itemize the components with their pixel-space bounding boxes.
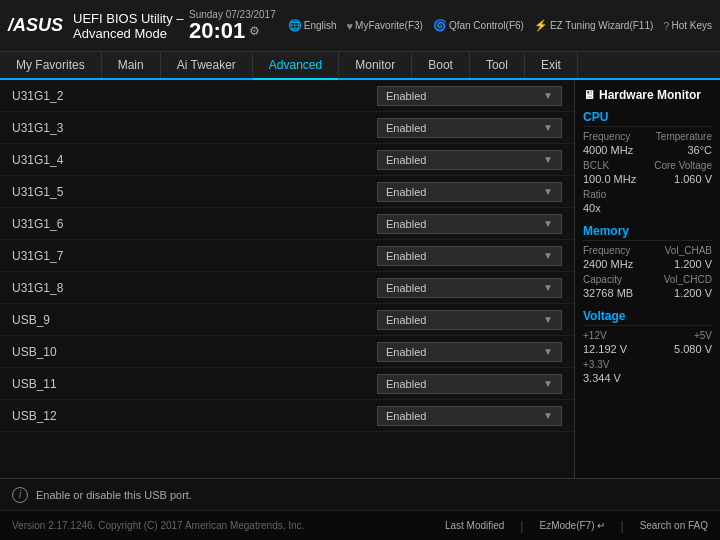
fan-icon: 🌀 xyxy=(433,19,447,32)
nav-item-tool[interactable]: Tool xyxy=(470,52,525,78)
mem-volchab-label: Vol_CHAB xyxy=(665,245,712,256)
language-shortcut[interactable]: 🌐 English xyxy=(288,19,337,32)
gear-icon[interactable]: ⚙ xyxy=(249,24,260,38)
cpu-ratio-row: Ratio xyxy=(583,189,712,200)
hw-monitor-title: 🖥 Hardware Monitor xyxy=(583,88,712,102)
setting-row-u31g1-8[interactable]: U31G1_8 Enabled ▼ xyxy=(0,272,574,304)
setting-dropdown-usb-11[interactable]: Enabled ▼ xyxy=(377,374,562,394)
cpu-freq-label: Frequency xyxy=(583,131,630,142)
ez-tuning-shortcut[interactable]: ⚡ EZ Tuning Wizard(F11) xyxy=(534,19,653,32)
setting-dropdown-u31g1-4[interactable]: Enabled ▼ xyxy=(377,150,562,170)
setting-label-u31g1-5: U31G1_5 xyxy=(12,185,377,199)
ez-mode-button[interactable]: EzMode(F7) ↵ xyxy=(539,519,604,533)
nav-item-main[interactable]: Main xyxy=(102,52,161,78)
voltage-section-title: Voltage xyxy=(583,309,712,326)
setting-dropdown-u31g1-3[interactable]: Enabled ▼ xyxy=(377,118,562,138)
setting-label-usb-12: USB_12 xyxy=(12,409,377,423)
setting-row-u31g1-5[interactable]: U31G1_5 Enabled ▼ xyxy=(0,176,574,208)
cpu-freq-value-row: 4000 MHz 36°C xyxy=(583,144,712,158)
setting-dropdown-u31g1-8[interactable]: Enabled ▼ xyxy=(377,278,562,298)
cpu-bclk-label: BCLK xyxy=(583,160,609,171)
setting-label-u31g1-3: U31G1_3 xyxy=(12,121,377,135)
cpu-temp-label: Temperature xyxy=(656,131,712,142)
nav-item-advanced[interactable]: Advanced xyxy=(253,52,339,80)
cpu-corevolt-label: Core Voltage xyxy=(654,160,712,171)
language-icon: 🌐 xyxy=(288,19,302,32)
dropdown-arrow: ▼ xyxy=(543,250,553,261)
mem-freq-value: 2400 MHz xyxy=(583,258,633,270)
memory-section: Memory Frequency Vol_CHAB 2400 MHz 1.200… xyxy=(583,224,712,301)
setting-row-u31g1-7[interactable]: U31G1_7 Enabled ▼ xyxy=(0,240,574,272)
lightning-icon: ⚡ xyxy=(534,19,548,32)
setting-label-u31g1-6: U31G1_6 xyxy=(12,217,377,231)
setting-row-usb-10[interactable]: USB_10 Enabled ▼ xyxy=(0,336,574,368)
mem-cap-value-row: 32768 MB 1.200 V xyxy=(583,287,712,301)
last-modified-button[interactable]: Last Modified xyxy=(445,519,504,533)
nav-item-exit[interactable]: Exit xyxy=(525,52,578,78)
setting-row-u31g1-6[interactable]: U31G1_6 Enabled ▼ xyxy=(0,208,574,240)
mem-volchcd-label: Vol_CHCD xyxy=(664,274,712,285)
cpu-ratio-value: 40x xyxy=(583,202,601,214)
cpu-ratio-value-row: 40x xyxy=(583,202,712,216)
search-faq-button[interactable]: Search on FAQ xyxy=(640,519,708,533)
nav-bar: My Favorites Main Ai Tweaker Advanced Mo… xyxy=(0,52,720,80)
time-display: 20:01 xyxy=(189,20,245,42)
volt-5-label: +5V xyxy=(694,330,712,341)
qfan-shortcut[interactable]: 🌀 Qfan Control(F6) xyxy=(433,19,524,32)
dropdown-arrow: ▼ xyxy=(543,122,553,133)
footer-copyright: Version 2.17.1246. Copyright (C) 2017 Am… xyxy=(12,520,304,531)
footer: Version 2.17.1246. Copyright (C) 2017 Am… xyxy=(0,510,720,540)
setting-dropdown-u31g1-7[interactable]: Enabled ▼ xyxy=(377,246,562,266)
cpu-ratio-label: Ratio xyxy=(583,189,606,200)
volt-33-value: 3.344 V xyxy=(583,372,621,384)
volt-33-row: +3.3V xyxy=(583,359,712,370)
mem-freq-value-row: 2400 MHz 1.200 V xyxy=(583,258,712,272)
setting-row-usb-12[interactable]: USB_12 Enabled ▼ xyxy=(0,400,574,432)
nav-item-boot[interactable]: Boot xyxy=(412,52,470,78)
setting-label-u31g1-7: U31G1_7 xyxy=(12,249,377,263)
setting-row-usb-9[interactable]: USB_9 Enabled ▼ xyxy=(0,304,574,336)
setting-dropdown-u31g1-6[interactable]: Enabled ▼ xyxy=(377,214,562,234)
nav-item-my-favorites[interactable]: My Favorites xyxy=(0,52,102,78)
heart-icon: ♥ xyxy=(347,20,354,32)
volt-12-5-value-row: 12.192 V 5.080 V xyxy=(583,343,712,357)
mem-volchcd-value: 1.200 V xyxy=(674,287,712,299)
cpu-corevolt-value: 1.060 V xyxy=(674,173,712,185)
cpu-bclk-value: 100.0 MHz xyxy=(583,173,636,185)
volt-12-5-row: +12V +5V xyxy=(583,330,712,341)
myfavorites-shortcut[interactable]: ♥ MyFavorite(F3) xyxy=(347,20,423,32)
setting-row-usb-11[interactable]: USB_11 Enabled ▼ xyxy=(0,368,574,400)
bios-title: UEFI BIOS Utility – Advanced Mode xyxy=(73,11,189,41)
help-icon: ? xyxy=(663,20,669,32)
mem-freq-row: Frequency Vol_CHAB xyxy=(583,245,712,256)
voltage-section: Voltage +12V +5V 12.192 V 5.080 V +3.3V … xyxy=(583,309,712,386)
asus-logo: /ASUS xyxy=(8,15,63,36)
cpu-section-title: CPU xyxy=(583,110,712,127)
dropdown-arrow: ▼ xyxy=(543,314,553,325)
cpu-temp-value: 36°C xyxy=(687,144,712,156)
setting-dropdown-usb-10[interactable]: Enabled ▼ xyxy=(377,342,562,362)
setting-row-u31g1-4[interactable]: U31G1_4 Enabled ▼ xyxy=(0,144,574,176)
volt-12-label: +12V xyxy=(583,330,607,341)
setting-row-u31g1-3[interactable]: U31G1_3 Enabled ▼ xyxy=(0,112,574,144)
mem-volchab-value: 1.200 V xyxy=(674,258,712,270)
cpu-bclk-value-row: 100.0 MHz 1.060 V xyxy=(583,173,712,187)
setting-dropdown-u31g1-2[interactable]: Enabled ▼ xyxy=(377,86,562,106)
setting-label-usb-10: USB_10 xyxy=(12,345,377,359)
setting-dropdown-usb-9[interactable]: Enabled ▼ xyxy=(377,310,562,330)
nav-item-monitor[interactable]: Monitor xyxy=(339,52,412,78)
footer-actions: Last Modified | EzMode(F7) ↵ | Search on… xyxy=(445,519,708,533)
shortcuts-bar: 🌐 English ♥ MyFavorite(F3) 🌀 Qfan Contro… xyxy=(288,19,712,32)
hotkeys-shortcut[interactable]: ? Hot Keys xyxy=(663,20,712,32)
volt-33-label: +3.3V xyxy=(583,359,609,370)
mem-cap-value: 32768 MB xyxy=(583,287,633,299)
cpu-freq-row: Frequency Temperature xyxy=(583,131,712,142)
nav-item-ai-tweaker[interactable]: Ai Tweaker xyxy=(161,52,253,78)
setting-row-u31g1-2[interactable]: U31G1_2 Enabled ▼ xyxy=(0,80,574,112)
setting-dropdown-u31g1-5[interactable]: Enabled ▼ xyxy=(377,182,562,202)
cpu-section: CPU Frequency Temperature 4000 MHz 36°C … xyxy=(583,110,712,216)
dropdown-arrow: ▼ xyxy=(543,346,553,357)
info-bar: i Enable or disable this USB port. xyxy=(0,478,720,510)
mem-cap-label: Capacity xyxy=(583,274,622,285)
setting-dropdown-usb-12[interactable]: Enabled ▼ xyxy=(377,406,562,426)
